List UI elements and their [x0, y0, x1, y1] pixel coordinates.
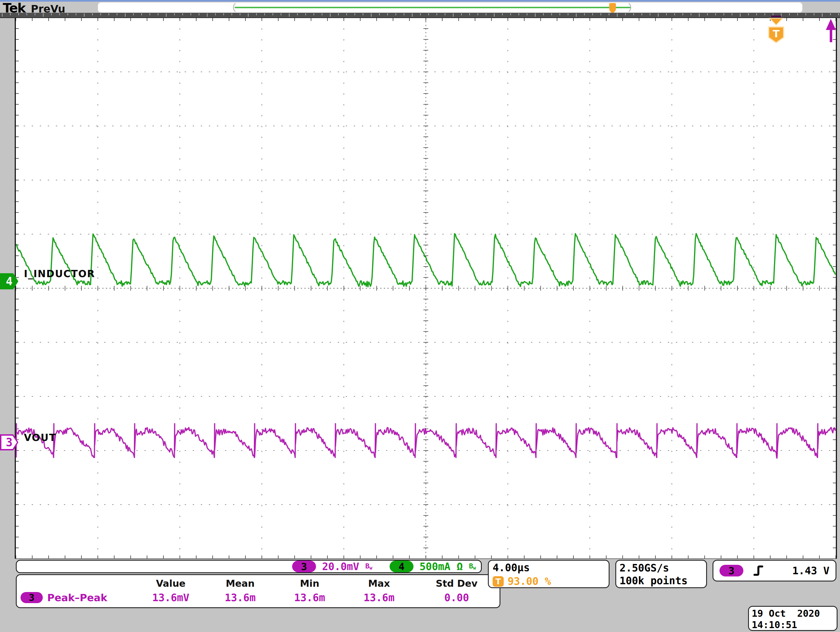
col-header-min: Min — [275, 578, 344, 589]
horizontal-readout-box[interactable]: 4.00µs T 93.00 % — [488, 560, 609, 588]
channel4-coupling: Ω — [456, 561, 463, 573]
trigger-source-badge: 3 — [720, 565, 744, 577]
tek-logo: Tek — [3, 0, 25, 16]
date-label: 19 Oct 2020 — [752, 608, 837, 619]
rising-edge-icon — [753, 564, 766, 577]
channel4-bandwidth-icon: Bw — [469, 562, 476, 570]
channel4-waveform-label: I_INDUCTOR — [24, 268, 95, 279]
col-header-mean: Mean — [205, 578, 275, 589]
channel3-badge: 3 — [292, 561, 316, 572]
trigger-position-tick — [771, 16, 781, 17]
record-length: 100k points — [619, 575, 706, 587]
col-header-max: Max — [344, 578, 414, 589]
trigger-readout-box[interactable]: 3 1.43 V — [712, 560, 836, 581]
measurement-channel-badge: 3 — [21, 592, 43, 603]
measurement-name: Peak–Peak — [47, 592, 107, 604]
svg-text:T: T — [773, 28, 780, 40]
channel-scale-readout-box[interactable]: 3 20.0mV Bw 4 500mA Ω Bw — [16, 560, 482, 573]
datetime-box: 19 Oct 2020 14:10:51 — [748, 606, 837, 631]
acquisition-mode-label: PreVu — [31, 3, 65, 15]
channel3-waveform-label: VOUT — [24, 432, 56, 443]
measurement-mean: 13.6m — [205, 592, 275, 604]
measurement-max: 13.6m — [344, 592, 414, 604]
measurement-table: Value Mean Min Max Std Dev 3 Peak–Peak 1… — [16, 574, 501, 608]
measurement-row-label[interactable]: 3 Peak–Peak — [17, 592, 136, 604]
channel4-scale: 500mA Ω — [420, 561, 463, 573]
trigger-level: 1.43 V — [792, 565, 829, 577]
acquisition-readout-box[interactable]: 2.50GS/s 100k points — [615, 560, 707, 588]
channel4-number: 4 — [6, 275, 13, 288]
measurement-min: 13.6m — [275, 592, 344, 604]
top-ruler — [0, 13, 840, 18]
col-header-value: Value — [136, 578, 205, 589]
time-label: 14:10:51 — [752, 619, 837, 630]
sample-rate: 2.50GS/s — [619, 562, 706, 575]
channel3-scale: 20.0mV — [322, 561, 359, 573]
measurement-value: 13.6mV — [136, 592, 205, 604]
trigger-position-percent: 93.00 % — [508, 575, 551, 587]
trigger-t-icon: T — [493, 576, 504, 587]
graticule-and-waveforms: T — [0, 0, 840, 632]
window-top-strip — [0, 0, 840, 2]
channel3-bandwidth-icon: Bw — [365, 562, 372, 570]
channel3-number: 3 — [6, 436, 13, 449]
horizontal-scale: 4.00µs — [493, 562, 609, 574]
channel4-badge: 4 — [390, 561, 414, 572]
measurement-stddev: 0.00 — [414, 592, 500, 604]
header: Tek PreVu — [3, 0, 65, 13]
record-trigger-flag — [609, 3, 616, 10]
col-header-stddev: Std Dev — [414, 578, 500, 589]
